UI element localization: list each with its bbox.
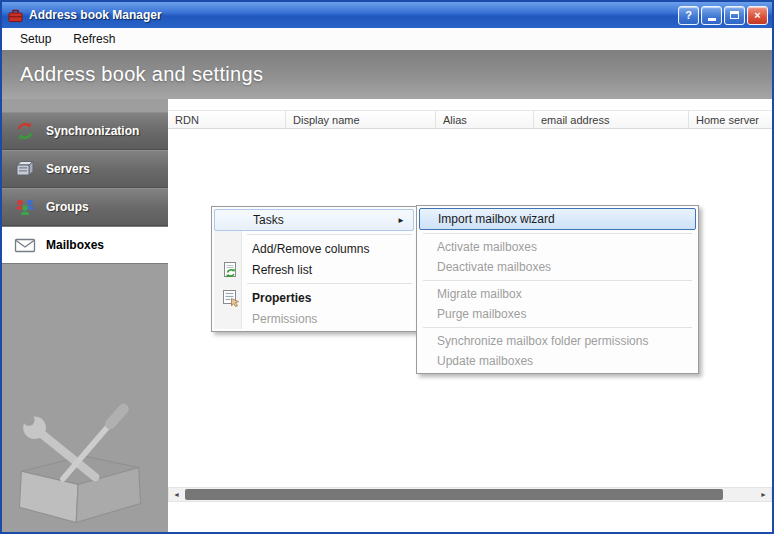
menu-item-permissions[interactable]: Permissions — [214, 308, 414, 329]
sidebar-item-label: Synchronization — [46, 124, 139, 138]
sync-icon — [13, 119, 37, 143]
sidebar-item-mailboxes[interactable]: Mailboxes — [2, 226, 168, 264]
page-title: Address book and settings — [20, 63, 263, 86]
column-header-alias[interactable]: Alias — [436, 111, 534, 128]
sidebar-item-label: Groups — [46, 200, 89, 214]
submenu-item-purge-mailboxes[interactable]: Purge mailboxes — [419, 304, 696, 324]
scrollbar-track[interactable] — [184, 488, 756, 501]
sidebar: Synchronization Servers — [2, 99, 168, 532]
submenu-item-activate-mailboxes[interactable]: Activate mailboxes — [419, 237, 696, 257]
scrollbar-thumb[interactable] — [185, 489, 723, 500]
sidebar-item-label: Mailboxes — [46, 238, 104, 252]
submenu-item-import-mailbox-wizard[interactable]: Import mailbox wizard — [419, 208, 696, 230]
help-button[interactable]: ? — [678, 6, 699, 25]
context-menu: Tasks ► Add/Remove columns Refresh list — [211, 206, 417, 332]
menu-separator — [423, 233, 692, 234]
column-header-rdn[interactable]: RDN — [168, 111, 286, 128]
scroll-left-arrow[interactable]: ◄ — [169, 488, 184, 501]
app-window: Address book Manager ? × Setup Refresh A… — [0, 0, 774, 534]
sidebar-item-groups[interactable]: Groups — [2, 188, 168, 226]
tasks-submenu: Import mailbox wizard Activate mailboxes… — [416, 205, 699, 374]
properties-icon — [221, 288, 240, 307]
toolbox-watermark — [4, 388, 156, 530]
menu-separator — [423, 327, 692, 328]
menu-setup[interactable]: Setup — [9, 29, 62, 49]
servers-icon — [13, 157, 37, 181]
sidebar-spacer — [2, 99, 168, 112]
menu-separator — [247, 283, 412, 284]
menu-separator — [423, 280, 692, 281]
menubar: Setup Refresh — [2, 28, 772, 50]
submenu-item-deactivate-mailboxes[interactable]: Deactivate mailboxes — [419, 257, 696, 277]
sidebar-item-label: Servers — [46, 162, 90, 176]
scroll-right-arrow[interactable]: ► — [756, 488, 771, 501]
sidebar-item-synchronization[interactable]: Synchronization — [2, 112, 168, 150]
menu-separator — [247, 234, 412, 235]
maximize-icon — [730, 11, 739, 19]
minimize-icon — [708, 18, 716, 21]
sidebar-item-servers[interactable]: Servers — [2, 150, 168, 188]
minimize-button[interactable] — [701, 6, 722, 25]
groups-icon — [13, 195, 37, 219]
column-header-email-address[interactable]: email address — [534, 111, 689, 128]
maximize-button[interactable] — [724, 6, 745, 25]
submenu-arrow-icon: ► — [397, 216, 405, 225]
menu-item-refresh-list[interactable]: Refresh list — [214, 259, 414, 280]
menu-item-properties[interactable]: Properties — [214, 287, 414, 308]
banner: Address book and settings — [2, 50, 772, 99]
app-icon — [7, 7, 24, 24]
menu-item-add-remove-columns[interactable]: Add/Remove columns — [214, 238, 414, 259]
submenu-item-synchronize-mailbox-folder-permissions[interactable]: Synchronize mailbox folder permissions — [419, 331, 696, 351]
column-header-home-server[interactable]: Home server — [689, 111, 772, 128]
menu-item-tasks[interactable]: Tasks ► — [214, 209, 414, 231]
menu-refresh[interactable]: Refresh — [62, 29, 126, 49]
refresh-icon — [221, 260, 240, 279]
titlebar: Address book Manager ? × — [2, 2, 772, 28]
close-button[interactable]: × — [747, 6, 768, 25]
horizontal-scrollbar: ◄ ► — [168, 487, 772, 502]
submenu-item-migrate-mailbox[interactable]: Migrate mailbox — [419, 284, 696, 304]
window-title: Address book Manager — [29, 8, 678, 22]
submenu-item-update-mailboxes[interactable]: Update mailboxes — [419, 351, 696, 371]
column-header-display-name[interactable]: Display name — [286, 111, 436, 128]
list-header: RDN Display name Alias email address Hom… — [168, 110, 772, 129]
window-controls: ? × — [678, 6, 768, 25]
mailboxes-icon — [13, 233, 37, 257]
